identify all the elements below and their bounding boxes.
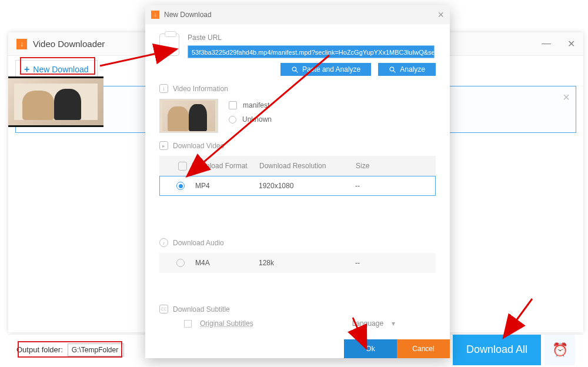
video-thumbnail[interactable] bbox=[8, 76, 103, 127]
audio-icon: ♪ bbox=[159, 238, 168, 247]
clock-icon bbox=[229, 116, 236, 124]
app-title: Video Downloader bbox=[33, 39, 105, 49]
minimize-icon[interactable]: — bbox=[542, 38, 551, 49]
file-icon bbox=[229, 101, 237, 109]
paste-analyze-label: Paste and Analyze bbox=[302, 65, 360, 74]
output-folder-input[interactable] bbox=[68, 343, 124, 356]
filebar-close-icon[interactable]: × bbox=[563, 91, 570, 103]
download-audio-section-label: ♪ Download Audio bbox=[159, 238, 436, 247]
download-subtitle-section-label: CC Download Subtitle bbox=[159, 305, 436, 313]
dialog-close-icon[interactable]: × bbox=[437, 9, 444, 20]
svg-line-3 bbox=[393, 71, 395, 72]
download-video-section-label: ▸ Download Video bbox=[159, 141, 436, 150]
close-main-icon[interactable]: ✕ bbox=[567, 38, 575, 49]
paste-url-label: Paste URL bbox=[188, 34, 436, 42]
analyze-label: Analyze bbox=[400, 65, 425, 74]
url-input[interactable]: 53f3ba3225d29fahd4b.mp4/manifest.mpd?sec… bbox=[188, 45, 435, 58]
duration-value: Unknown bbox=[242, 115, 272, 124]
video-format-row[interactable]: MP4 1920x1080 -- bbox=[159, 176, 436, 196]
new-download-label: New Download bbox=[33, 65, 88, 74]
dialog-titlebar: ↓ New Download × bbox=[145, 5, 450, 24]
video-info-section-label: i Video Information bbox=[159, 84, 436, 93]
subtitle-checkbox[interactable] bbox=[184, 320, 192, 328]
video-size-value: -- bbox=[355, 182, 435, 190]
video-res-value: 1920x1080 bbox=[259, 182, 355, 190]
paste-analyze-button[interactable]: Paste and Analyze bbox=[280, 63, 371, 76]
output-folder-label: Output folder: bbox=[16, 345, 63, 354]
dialog-title: New Download bbox=[164, 11, 212, 19]
cc-icon: CC bbox=[159, 305, 168, 313]
info-icon: i bbox=[159, 84, 168, 93]
manifest-name: manifest bbox=[243, 101, 269, 109]
plus-icon: + bbox=[24, 64, 29, 75]
radio-selected-icon[interactable] bbox=[176, 182, 185, 190]
analyze-button[interactable]: Analyze bbox=[378, 63, 436, 76]
language-label: Language bbox=[352, 319, 383, 328]
clipboard-icon bbox=[159, 34, 179, 56]
dialog-video-thumbnail bbox=[159, 99, 218, 133]
video-format-header: Download Format Download Resolution Size bbox=[159, 156, 436, 176]
audio-format-value: M4A bbox=[195, 259, 259, 267]
new-download-dialog: ↓ New Download × Paste URL 53f3ba3225d29… bbox=[145, 5, 450, 358]
subtitle-options-row: Original Subtitles Language ▾ bbox=[159, 319, 436, 328]
radio-unselected-icon[interactable] bbox=[176, 259, 185, 267]
search-icon bbox=[389, 66, 396, 74]
dialog-logo-icon: ↓ bbox=[151, 11, 159, 19]
format-icon bbox=[178, 162, 187, 171]
ok-button[interactable]: Ok bbox=[344, 339, 397, 358]
audio-size-value: -- bbox=[355, 259, 435, 267]
audio-format-row[interactable]: M4A 128k -- bbox=[159, 253, 436, 273]
search-paste-icon bbox=[291, 66, 299, 74]
alarm-icon[interactable]: ⏰ bbox=[544, 335, 575, 365]
svg-line-1 bbox=[296, 71, 298, 72]
svg-point-2 bbox=[390, 67, 394, 71]
video-format-value: MP4 bbox=[195, 182, 259, 190]
app-logo-icon: ↓ bbox=[16, 39, 27, 49]
dialog-footer: Ok Cancel bbox=[145, 339, 450, 358]
audio-res-value: 128k bbox=[259, 259, 355, 267]
original-subtitles-label: Original Subtitles bbox=[200, 319, 253, 328]
cancel-button[interactable]: Cancel bbox=[397, 339, 450, 358]
language-dropdown-icon[interactable]: ▾ bbox=[392, 319, 395, 328]
video-icon: ▸ bbox=[159, 141, 168, 150]
download-all-button[interactable]: Download All bbox=[453, 335, 541, 365]
svg-point-0 bbox=[292, 67, 296, 71]
